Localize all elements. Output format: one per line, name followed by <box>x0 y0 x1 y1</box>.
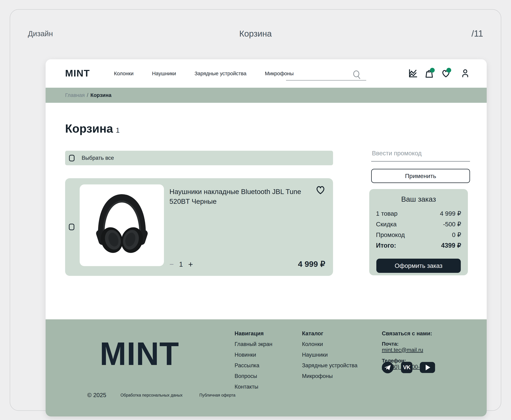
summary-row-discount: Скидка -500 ₽ <box>376 219 461 230</box>
header-logo[interactable]: MINT <box>65 68 90 79</box>
item-checkbox[interactable] <box>69 224 74 230</box>
footer-nav-title: Навигация <box>235 330 272 337</box>
footer-link-new[interactable]: Новинки <box>235 352 272 358</box>
summary-row-total: Итого: 4399 ₽ <box>376 240 461 251</box>
slide-frame: Дизайн Корзина /11 MINT Колонки Наушники… <box>10 9 501 411</box>
site-header: MINT Колонки Наушники Зарядные устройств… <box>46 59 487 88</box>
select-all-checkbox[interactable] <box>69 155 74 161</box>
breadcrumb-separator: / <box>87 92 88 98</box>
footer-nav-column: Навигация Главный экран Новинки Рассылка… <box>235 330 272 394</box>
footer-link-faq[interactable]: Вопросы <box>235 373 272 379</box>
summary-label: Итого: <box>376 242 396 249</box>
search-icon <box>352 70 361 80</box>
summary-label: Скидка <box>376 221 397 228</box>
wishlist-heart-icon[interactable] <box>441 69 450 78</box>
cart-bag-icon[interactable] <box>425 69 434 78</box>
order-summary: Ваш заказ 1 товар 4 999 ₽ Скидка -500 ₽ … <box>369 189 468 275</box>
nav-item-headphones[interactable]: Наушники <box>152 71 176 76</box>
product-image <box>80 184 164 266</box>
social-icons: VK <box>382 362 435 373</box>
contact-email-row: Почта: mint.tec@mail.ru <box>382 341 432 353</box>
copyright: © 2025 <box>87 392 106 398</box>
personal-data-link[interactable]: Обработка персональных даных <box>120 393 183 398</box>
summary-label: Промокод <box>376 231 405 238</box>
footer-link-microphones[interactable]: Микрофоны <box>302 373 357 379</box>
quantity-increase-button[interactable]: + <box>188 260 193 269</box>
footer-link-speakers[interactable]: Колонки <box>302 341 357 347</box>
headphones-illustration <box>86 189 157 261</box>
wishlist-badge <box>446 68 451 73</box>
footer-logo: MINT <box>100 335 179 372</box>
summary-row-promo: Промокод 0 ₽ <box>376 230 461 240</box>
favorite-heart-icon[interactable] <box>315 185 326 195</box>
quantity-decrease-button[interactable]: − <box>170 260 174 269</box>
footer-bottom-row: © 2025 Обработка персональных даных Публ… <box>87 392 252 398</box>
footer-link-chargers[interactable]: Зарядные устройства <box>302 362 357 369</box>
slide-page-indicator: /11 <box>471 28 483 39</box>
footer-catalog-column: Каталог Колонки Наушники Зарядные устрой… <box>302 330 357 384</box>
summary-label: 1 товар <box>376 210 397 217</box>
main-nav: Колонки Наушники Зарядные устройства Мик… <box>114 59 294 88</box>
nav-item-speakers[interactable]: Колонки <box>114 71 133 76</box>
email-link[interactable]: mint.tec@mail.ru <box>382 347 432 353</box>
footer-link-home[interactable]: Главный экран <box>235 341 272 347</box>
footer-link-headphones[interactable]: Наушники <box>302 352 357 358</box>
order-summary-rows: 1 товар 4 999 ₽ Скидка -500 ₽ Промокод 0… <box>376 208 461 251</box>
breadcrumb-home[interactable]: Главная <box>65 92 85 98</box>
page-title-block: Корзина 1 <box>65 122 120 135</box>
play-triangle <box>426 365 430 370</box>
breadcrumb-current: Корзина <box>90 92 111 98</box>
summary-value: -500 ₽ <box>443 221 461 228</box>
public-offer-link[interactable]: Публичная оферта <box>200 393 236 398</box>
cart-items-count: 1 <box>116 127 120 134</box>
breadcrumb-bar: Главная / Корзина <box>46 88 487 103</box>
checkout-button[interactable]: Оформить заказ <box>376 259 461 273</box>
summary-value: 0 ₽ <box>452 231 461 238</box>
compare-stats-icon[interactable] <box>408 69 417 78</box>
summary-value: 4 999 ₽ <box>440 210 461 217</box>
summary-row-items: 1 товар 4 999 ₽ <box>376 208 461 219</box>
telegram-icon[interactable] <box>382 362 393 373</box>
product-price: 4 999 ₽ <box>298 259 325 269</box>
page-title: Корзина <box>65 122 113 135</box>
apply-promo-button[interactable]: Применить <box>371 169 470 183</box>
product-title: Наушники накладные Bluetooth JBL Tune 52… <box>170 187 310 206</box>
nav-item-chargers[interactable]: Зарядные устройства <box>194 71 246 76</box>
order-summary-title: Ваш заказ <box>369 195 468 203</box>
footer-link-newsletter[interactable]: Рассылка <box>235 362 272 369</box>
promo-code-input[interactable]: Ввести промокод <box>371 149 470 162</box>
account-icon[interactable] <box>461 69 470 78</box>
select-all-bar: Выбрать все <box>65 151 333 165</box>
cart-badge <box>430 68 435 73</box>
vk-icon[interactable]: VK <box>401 362 412 373</box>
quantity-value: 1 <box>179 261 183 268</box>
youtube-icon[interactable] <box>420 362 435 373</box>
site-mockup: MINT Колонки Наушники Зарядные устройств… <box>46 59 487 416</box>
email-label: Почта: <box>382 341 399 347</box>
select-all-label: Выбрать все <box>81 155 114 161</box>
footer-link-contacts[interactable]: Контакты <box>235 384 272 390</box>
slide-title: Корзина <box>10 29 501 38</box>
summary-value: 4399 ₽ <box>441 242 461 249</box>
breadcrumb: Главная / Корзина <box>65 88 111 103</box>
footer-contact-title: Связаться с нами: <box>382 330 432 337</box>
footer-catalog-title: Каталог <box>302 330 357 337</box>
search-input[interactable] <box>286 70 366 81</box>
site-footer: MINT Навигация Главный экран Новинки Рас… <box>46 319 487 416</box>
quantity-stepper: − 1 + <box>170 260 193 269</box>
cart-item-card: Наушники накладные Bluetooth JBL Tune 52… <box>65 178 333 276</box>
